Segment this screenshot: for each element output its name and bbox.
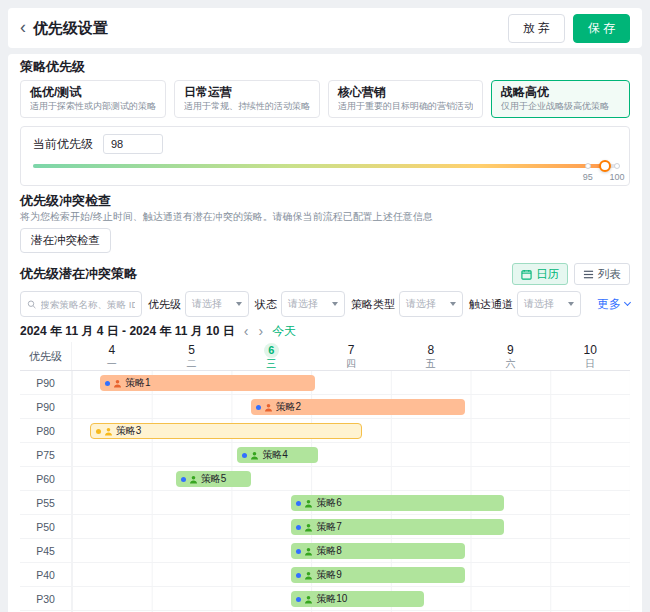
conflict-check-button[interactable]: 潜在冲突检查 bbox=[20, 228, 111, 253]
calendar-row: P80策略3 bbox=[20, 419, 630, 443]
gantt-bar[interactable]: 策略4 bbox=[237, 447, 317, 463]
gantt-bar[interactable]: 策略8 bbox=[291, 543, 465, 559]
strategy-name: 策略5 bbox=[201, 474, 227, 484]
status-dot bbox=[105, 381, 110, 386]
more-filters-link[interactable]: 更多 bbox=[597, 296, 630, 313]
strategy-type-icon bbox=[250, 451, 259, 460]
list-view-label: 列表 bbox=[598, 267, 621, 282]
priority-tier-cards: 低优/测试适用于探索性或内部测试的策略日常运营适用于常规、持续性的活动策略核心营… bbox=[20, 80, 630, 118]
strategy-type-icon bbox=[304, 547, 313, 556]
day-number: 9 bbox=[471, 342, 551, 358]
day-header[interactable]: 4一 bbox=[72, 342, 152, 370]
back-icon[interactable]: ‹ bbox=[20, 18, 26, 36]
conflict-calendar: 优先级 4一5二6三7四8五9六10日 P90策略1P90策略2P80策略3P7… bbox=[20, 342, 630, 612]
day-header[interactable]: 6三 bbox=[231, 342, 311, 370]
search-icon bbox=[27, 299, 37, 310]
day-weekday: 二 bbox=[152, 358, 232, 370]
calendar-row-track: 策略8 bbox=[72, 539, 630, 562]
strategy-name: 策略2 bbox=[276, 402, 302, 412]
day-weekday: 一 bbox=[72, 358, 152, 370]
strategy-name: 策略6 bbox=[316, 498, 342, 508]
strategy-type-icon bbox=[304, 523, 313, 532]
topbar: ‹ 优先级设置 放弃 保存 bbox=[8, 8, 642, 48]
day-header[interactable]: 10日 bbox=[550, 342, 630, 370]
calendar-view-button[interactable]: 日历 bbox=[512, 263, 568, 285]
priority-tier-card-1[interactable]: 低优/测试适用于探索性或内部测试的策略 bbox=[20, 80, 166, 118]
day-weekday: 六 bbox=[471, 358, 551, 370]
calendar-row: P75策略4 bbox=[20, 443, 630, 467]
chevron-down-icon bbox=[624, 299, 631, 306]
gantt-bar[interactable]: 策略2 bbox=[251, 399, 466, 415]
next-week-button[interactable]: › bbox=[257, 324, 264, 338]
filter-select-2[interactable]: 请选择 bbox=[281, 291, 345, 317]
priority-cell: P45 bbox=[20, 539, 72, 562]
strategy-name: 策略9 bbox=[316, 570, 342, 580]
status-dot bbox=[256, 405, 261, 410]
day-number: 5 bbox=[152, 342, 232, 358]
calendar-row: P90策略2 bbox=[20, 395, 630, 419]
today-link[interactable]: 今天 bbox=[272, 323, 296, 340]
select-placeholder: 请选择 bbox=[406, 297, 436, 311]
filter-select-3[interactable]: 请选择 bbox=[399, 291, 463, 317]
day-number: 6 bbox=[231, 342, 311, 358]
date-nav: 2024 年 11 月 4 日 - 2024 年 11 月 10 日 ‹ › 今… bbox=[20, 323, 630, 339]
calendar-header: 优先级 4一5二6三7四8五9六10日 bbox=[20, 342, 630, 370]
priority-cell: P30 bbox=[20, 587, 72, 610]
day-header[interactable]: 5二 bbox=[152, 342, 232, 370]
chevron-down-icon bbox=[236, 302, 242, 306]
calendar-row-track: 策略1 bbox=[72, 371, 630, 394]
calendar-row: P55策略6 bbox=[20, 491, 630, 515]
status-dot bbox=[296, 501, 301, 506]
prev-week-button[interactable]: ‹ bbox=[243, 324, 250, 338]
tier-card-desc: 适用于重要的目标明确的营销活动 bbox=[338, 101, 473, 112]
slider-handle[interactable] bbox=[599, 160, 611, 172]
day-weekday: 四 bbox=[311, 358, 391, 370]
list-view-button[interactable]: 列表 bbox=[574, 263, 630, 285]
strategy-type-icon bbox=[264, 403, 273, 412]
current-priority-input[interactable] bbox=[103, 134, 163, 154]
filter-group-4: 触达通道请选择 bbox=[469, 291, 581, 317]
priority-tier-card-4[interactable]: 战略高优仅用于企业战略级高优策略 bbox=[491, 80, 630, 118]
priority-slider[interactable]: 95100 bbox=[33, 159, 617, 183]
strategy-name: 策略10 bbox=[316, 594, 347, 604]
gantt-bar[interactable]: 策略1 bbox=[100, 375, 315, 391]
tier-card-title: 低优/测试 bbox=[30, 85, 156, 99]
calendar-view-label: 日历 bbox=[536, 267, 559, 282]
priority-cell: P75 bbox=[20, 443, 72, 466]
gantt-bar[interactable]: 策略10 bbox=[291, 591, 423, 607]
save-button[interactable]: 保存 bbox=[573, 14, 630, 43]
priority-cell: P50 bbox=[20, 515, 72, 538]
priority-tier-card-3[interactable]: 核心营销适用于重要的目标明确的营销活动 bbox=[328, 80, 483, 118]
discard-button[interactable]: 放弃 bbox=[508, 14, 565, 43]
priority-tier-card-2[interactable]: 日常运营适用于常规、持续性的活动策略 bbox=[174, 80, 320, 118]
filter-select-4[interactable]: 请选择 bbox=[517, 291, 581, 317]
strategy-name: 策略1 bbox=[125, 378, 151, 388]
slider-fill bbox=[33, 164, 605, 168]
day-header[interactable]: 9六 bbox=[471, 342, 551, 370]
gantt-bar[interactable]: 策略9 bbox=[291, 567, 465, 583]
status-dot bbox=[296, 525, 301, 530]
search-input[interactable] bbox=[41, 299, 135, 310]
gantt-bar[interactable]: 策略6 bbox=[291, 495, 504, 511]
conflict-check-title: 优先级冲突检查 bbox=[20, 194, 630, 208]
priority-cell: P55 bbox=[20, 491, 72, 514]
gantt-bar[interactable]: 策略5 bbox=[176, 471, 251, 487]
gantt-bar[interactable]: 策略3 bbox=[90, 423, 362, 439]
chevron-down-icon bbox=[450, 302, 456, 306]
status-dot bbox=[296, 597, 301, 602]
day-header[interactable]: 7四 bbox=[311, 342, 391, 370]
gantt-bar[interactable]: 策略7 bbox=[291, 519, 504, 535]
day-header[interactable]: 8五 bbox=[391, 342, 471, 370]
priority-cell: P40 bbox=[20, 563, 72, 586]
current-priority-box: 当前优先级 95100 bbox=[20, 126, 630, 186]
calendar-row-track: 策略7 bbox=[72, 515, 630, 538]
main-card: 策略优先级 低优/测试适用于探索性或内部测试的策略日常运营适用于常规、持续性的活… bbox=[8, 54, 642, 612]
filter-select-1[interactable]: 请选择 bbox=[185, 291, 249, 317]
priority-column-header: 优先级 bbox=[20, 342, 72, 370]
filter-label: 优先级 bbox=[148, 297, 181, 312]
priority-cell: P90 bbox=[20, 371, 72, 394]
day-number: 10 bbox=[550, 342, 630, 358]
priority-cell: P80 bbox=[20, 419, 72, 442]
filter-label: 策略类型 bbox=[351, 297, 395, 312]
calendar-row-track: 策略5 bbox=[72, 467, 630, 490]
